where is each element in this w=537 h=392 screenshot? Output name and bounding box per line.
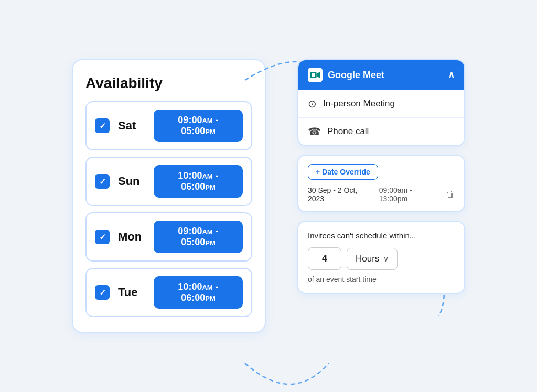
svg-rect-2 — [312, 73, 315, 77]
time-end-mon: 05:00 — [181, 237, 205, 247]
meeting-type-panel: Google Meet ∧ ⊙ In-person Meeting ☎ Phon… — [297, 59, 465, 146]
right-panels: Google Meet ∧ ⊙ In-person Meeting ☎ Phon… — [297, 59, 465, 294]
time-end-pm-sun: PM — [205, 183, 216, 191]
main-container: Availability Sat 09:00AM - 05:00PM Sun 1… — [51, 38, 486, 354]
day-label-sat: Sat — [118, 119, 145, 133]
time-end-sun: 06:00 — [181, 181, 205, 192]
time-range-text: 09:00am - 13:00pm — [379, 186, 441, 203]
time-dash-sat: - — [216, 115, 219, 125]
day-label-tue: Tue — [118, 286, 145, 299]
buffer-panel: Invitees can't schedule within... 4 Hour… — [297, 221, 465, 294]
day-row-sat[interactable]: Sat 09:00AM - 05:00PM — [85, 101, 252, 150]
google-meet-label: Google Meet — [328, 70, 384, 81]
time-badge-tue[interactable]: 10:00AM - 06:00PM — [154, 276, 243, 309]
checkbox-sun[interactable] — [95, 174, 110, 189]
time-badge-mon[interactable]: 09:00AM - 05:00PM — [154, 221, 243, 253]
date-range-text: 30 Sep - 2 Oct, 2023 — [308, 186, 374, 203]
time-badge-sun[interactable]: 10:00AM - 06:00PM — [154, 165, 243, 198]
time-dash-sun: - — [216, 170, 219, 181]
day-row-sun[interactable]: Sun 10:00AM - 06:00PM — [85, 157, 252, 206]
meeting-option-phone-label: Phone call — [327, 126, 369, 137]
location-icon: ⊙ — [308, 97, 317, 110]
time-badge-sat[interactable]: 09:00AM - 05:00PM — [154, 110, 243, 142]
checkbox-sat[interactable] — [95, 118, 110, 133]
time-start-tue: 10:00 — [178, 281, 202, 292]
time-end-sat: 05:00 — [181, 126, 205, 136]
day-label-sun: Sun — [118, 175, 145, 188]
google-meet-icon — [308, 68, 323, 82]
buffer-unit-select[interactable]: Hours ∨ — [347, 248, 398, 270]
day-row-tue[interactable]: Tue 10:00AM - 06:00PM — [85, 268, 252, 317]
time-start-am-sun: AM — [202, 172, 212, 180]
time-end-pm-sat: PM — [205, 128, 216, 136]
time-start-mon: 09:00 — [178, 226, 202, 236]
buffer-unit-label: Hours — [356, 254, 379, 264]
chevron-down-icon: ∨ — [383, 255, 389, 263]
date-override-panel: + Date Override 30 Sep - 2 Oct, 2023 09:… — [297, 155, 465, 212]
day-label-mon: Mon — [118, 230, 145, 244]
checkbox-tue[interactable] — [95, 285, 110, 300]
checkbox-mon[interactable] — [95, 230, 110, 244]
chevron-up-icon[interactable]: ∧ — [448, 69, 455, 81]
google-meet-header[interactable]: Google Meet ∧ — [298, 60, 464, 90]
time-dash-tue: - — [216, 281, 219, 292]
time-end-pm-mon: PM — [205, 239, 216, 247]
meeting-option-inperson[interactable]: ⊙ In-person Meeting — [298, 90, 464, 117]
google-meet-svg — [310, 70, 320, 80]
trash-icon[interactable]: 🗑 — [446, 190, 455, 199]
time-start-sat: 09:00 — [178, 115, 202, 125]
date-override-row: 30 Sep - 2 Oct, 2023 09:00am - 13:00pm 🗑 — [308, 186, 455, 203]
buffer-title: Invitees can't schedule within... — [308, 231, 455, 240]
time-dash-mon: - — [216, 226, 219, 236]
time-start-am-mon: AM — [202, 228, 212, 236]
buffer-controls: 4 Hours ∨ — [308, 247, 455, 270]
buffer-number-input[interactable]: 4 — [308, 247, 341, 270]
meeting-option-inperson-label: In-person Meeting — [323, 99, 395, 109]
buffer-subtitle: of an event start time — [308, 275, 455, 284]
phone-icon: ☎ — [308, 125, 321, 138]
time-end-tue: 06:00 — [181, 292, 205, 303]
time-end-pm-tue: PM — [205, 295, 216, 302]
date-override-button[interactable]: + Date Override — [308, 164, 378, 180]
svg-marker-1 — [317, 72, 320, 78]
time-start-am-tue: AM — [202, 284, 212, 291]
meeting-option-phone[interactable]: ☎ Phone call — [298, 117, 464, 145]
availability-title: Availability — [85, 75, 252, 92]
time-start-am-sat: AM — [202, 117, 212, 125]
time-start-sun: 10:00 — [178, 170, 202, 181]
availability-panel: Availability Sat 09:00AM - 05:00PM Sun 1… — [72, 59, 266, 333]
day-row-mon[interactable]: Mon 09:00AM - 05:00PM — [85, 212, 252, 262]
